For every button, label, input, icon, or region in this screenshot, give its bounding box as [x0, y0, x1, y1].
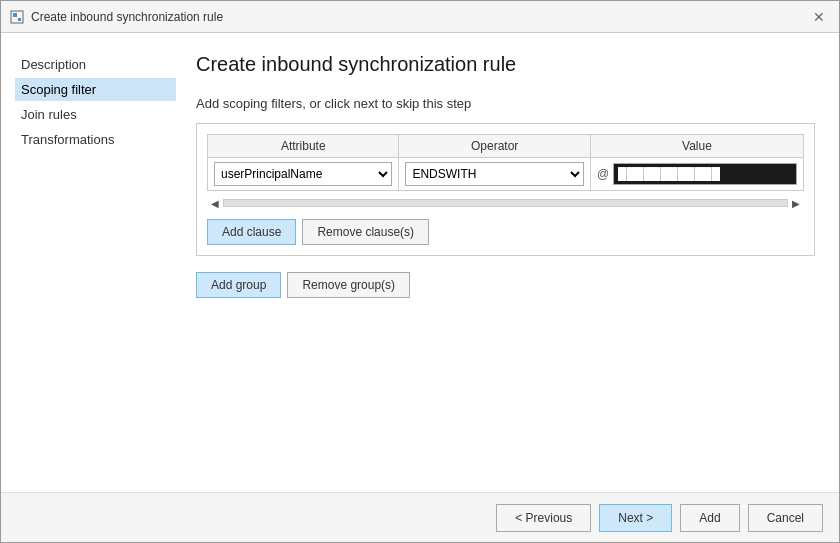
svg-rect-1	[13, 13, 17, 17]
col-header-value: Value	[590, 135, 803, 158]
add-group-button[interactable]: Add group	[196, 272, 281, 298]
window-icon	[9, 9, 25, 25]
page-title: Create inbound synchronization rule	[196, 53, 815, 76]
scroll-left-arrow[interactable]: ◀	[207, 198, 223, 209]
value-cell-content: @	[597, 163, 797, 185]
clause-buttons: Add clause Remove clause(s)	[207, 219, 804, 245]
value-at-symbol: @	[597, 167, 609, 181]
col-header-attribute: Attribute	[208, 135, 399, 158]
sidebar: Description Scoping filter Join rules Tr…	[1, 33, 176, 492]
cancel-button[interactable]: Cancel	[748, 504, 823, 532]
content-area: Description Scoping filter Join rules Tr…	[1, 33, 839, 492]
operator-select[interactable]: ENDSWITH STARTSWITH EQUALS NOTEQUALS CON…	[405, 162, 583, 186]
add-button[interactable]: Add	[680, 504, 739, 532]
close-button[interactable]: ✕	[807, 5, 831, 29]
remove-clause-button[interactable]: Remove clause(s)	[302, 219, 429, 245]
main-content: Create inbound synchronization rule Add …	[176, 33, 839, 492]
group-buttons: Add group Remove group(s)	[196, 272, 815, 298]
next-button[interactable]: Next >	[599, 504, 672, 532]
attribute-cell: userPrincipalName mail sAMAccountName di…	[208, 158, 399, 191]
col-header-operator: Operator	[399, 135, 590, 158]
sidebar-item-scoping-filter[interactable]: Scoping filter	[15, 78, 176, 101]
filter-table-container: Attribute Operator Value userPrincipalNa…	[196, 123, 815, 256]
operator-cell: ENDSWITH STARTSWITH EQUALS NOTEQUALS CON…	[399, 158, 590, 191]
title-bar: Create inbound synchronization rule ✕	[1, 1, 839, 33]
main-window: Create inbound synchronization rule ✕ De…	[0, 0, 840, 543]
value-input[interactable]	[613, 163, 797, 185]
remove-group-button[interactable]: Remove group(s)	[287, 272, 410, 298]
scroll-track[interactable]	[223, 199, 788, 207]
sidebar-item-join-rules[interactable]: Join rules	[15, 103, 176, 126]
sub-title: Add scoping filters, or click next to sk…	[196, 96, 815, 111]
sidebar-item-transformations[interactable]: Transformations	[15, 128, 176, 151]
scroll-right-arrow[interactable]: ▶	[788, 198, 804, 209]
value-cell: @	[590, 158, 803, 191]
svg-rect-2	[18, 18, 21, 21]
table-row: userPrincipalName mail sAMAccountName di…	[208, 158, 804, 191]
previous-button[interactable]: < Previous	[496, 504, 591, 532]
scroll-row: ◀ ▶	[207, 195, 804, 211]
add-clause-button[interactable]: Add clause	[207, 219, 296, 245]
title-bar-text: Create inbound synchronization rule	[31, 10, 807, 24]
attribute-select[interactable]: userPrincipalName mail sAMAccountName di…	[214, 162, 392, 186]
footer: < Previous Next > Add Cancel	[1, 492, 839, 542]
sidebar-item-description[interactable]: Description	[15, 53, 176, 76]
filter-table: Attribute Operator Value userPrincipalNa…	[207, 134, 804, 191]
